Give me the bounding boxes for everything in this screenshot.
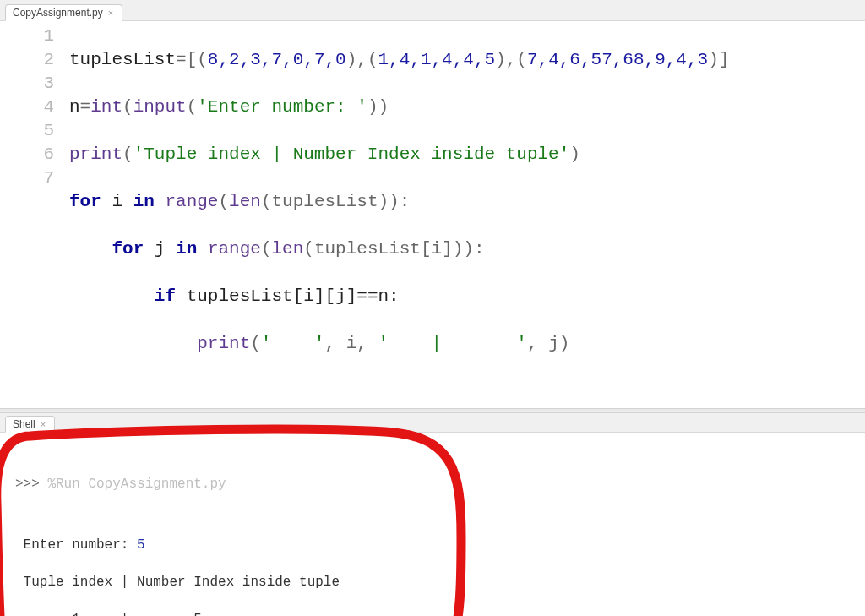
line-number: 6 — [0, 143, 54, 166]
line-number: 7 — [0, 166, 54, 190]
code-area[interactable]: tuplesList=[(8,2,3,7,0,7,0),(1,4,1,4,4,5… — [69, 25, 729, 403]
editor-tab-bar: CopyAssignment.py × — [0, 0, 865, 21]
editor-tab-label: CopyAssignment.py — [13, 7, 103, 19]
line-number: 1 — [0, 25, 54, 48]
close-icon[interactable]: × — [108, 8, 113, 18]
code-line: for i in range(len(tuplesList)): — [69, 190, 729, 214]
code-editor[interactable]: 1 2 3 4 5 6 7 tuplesList=[(8,2,3,7,0,7,0… — [0, 21, 865, 408]
code-line: print('Tuple index | Number Index inside… — [69, 143, 729, 166]
line-gutter: 1 2 3 4 5 6 7 — [0, 25, 69, 403]
shell-line: 1 | 5 — [15, 610, 865, 616]
code-line: n=int(input('Enter number: ')) — [69, 95, 729, 119]
shell-output[interactable]: >>> %Run CopyAssignment.py Enter number:… — [0, 433, 865, 616]
code-line: tuplesList=[(8,2,3,7,0,7,0),(1,4,1,4,4,5… — [69, 48, 729, 72]
close-icon[interactable]: × — [41, 419, 46, 429]
line-number: 2 — [0, 48, 54, 72]
shell-line: Enter number: 5 — [15, 536, 865, 554]
line-number: 4 — [0, 95, 54, 119]
shell-line: >>> %Run CopyAssignment.py — [15, 475, 865, 493]
shell-line: Tuple index | Number Index inside tuple — [15, 573, 865, 591]
spacer — [15, 512, 865, 517]
shell-tab-label: Shell — [13, 418, 35, 430]
shell-tab-bar: Shell × — [0, 413, 865, 433]
shell-tab[interactable]: Shell × — [5, 416, 55, 433]
code-line: print(' ', i, ' | ', j) — [69, 332, 729, 356]
line-number: 3 — [0, 72, 54, 95]
editor-tab[interactable]: CopyAssignment.py × — [5, 4, 122, 21]
line-number: 5 — [0, 119, 54, 143]
code-line: if tuplesList[i][j]==n: — [69, 285, 729, 308]
code-line: for j in range(len(tuplesList[i])): — [69, 237, 729, 261]
